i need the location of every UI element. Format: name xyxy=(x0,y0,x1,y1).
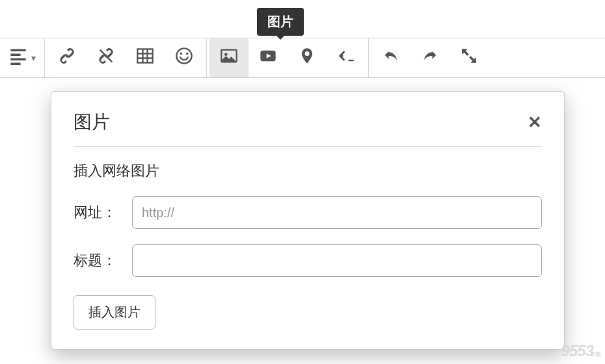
dialog-header: 图片 ✕ xyxy=(74,110,542,147)
undo-button[interactable] xyxy=(371,38,410,77)
separator xyxy=(206,38,207,77)
location-button[interactable] xyxy=(288,38,327,77)
watermark-main: 9553 xyxy=(561,342,593,359)
table-icon xyxy=(136,47,154,69)
tooltip-image: 图片 xyxy=(257,8,304,36)
emoji-button[interactable] xyxy=(165,38,204,77)
svg-rect-0 xyxy=(10,49,25,52)
separator xyxy=(368,38,369,77)
unlink-icon xyxy=(97,47,115,69)
url-input[interactable] xyxy=(132,196,542,229)
svg-point-11 xyxy=(186,53,189,55)
link-icon xyxy=(58,47,76,69)
url-row: 网址： xyxy=(74,196,542,229)
redo-icon xyxy=(421,47,439,69)
dialog-title: 图片 xyxy=(74,110,110,135)
svg-point-10 xyxy=(180,53,183,55)
undo-icon xyxy=(382,47,400,69)
insert-image-button[interactable]: 插入图片 xyxy=(74,295,155,330)
video-button[interactable] xyxy=(249,38,288,77)
code-icon xyxy=(337,47,355,69)
title-label: 标题： xyxy=(74,251,132,270)
smile-icon xyxy=(175,47,193,69)
close-button[interactable]: ✕ xyxy=(528,112,542,133)
svg-rect-2 xyxy=(10,58,25,61)
image-button[interactable] xyxy=(209,38,249,77)
url-label: 网址： xyxy=(74,203,132,222)
fullscreen-button[interactable] xyxy=(450,38,489,77)
title-input[interactable] xyxy=(132,244,542,277)
watermark: 9553下载 xyxy=(561,342,601,360)
code-button[interactable] xyxy=(327,38,366,77)
svg-rect-4 xyxy=(137,49,152,63)
separator xyxy=(44,38,45,77)
image-icon xyxy=(220,47,238,69)
svg-point-9 xyxy=(176,48,191,63)
unlink-button[interactable] xyxy=(87,38,126,77)
close-icon: ✕ xyxy=(528,112,542,132)
title-row: 标题： xyxy=(74,244,542,277)
video-icon xyxy=(259,47,277,69)
align-left-icon xyxy=(9,47,27,69)
table-button[interactable] xyxy=(126,38,165,77)
svg-rect-16 xyxy=(349,60,354,61)
dialog-body: 插入网络图片 网址： 标题： 插入图片 xyxy=(74,147,542,330)
editor-toolbar: ▾ xyxy=(0,38,605,78)
align-dropdown[interactable]: ▾ xyxy=(3,38,42,77)
chevron-down-icon: ▾ xyxy=(31,53,36,63)
fullscreen-icon xyxy=(460,47,478,69)
location-icon xyxy=(298,47,316,69)
section-label: 插入网络图片 xyxy=(74,161,542,181)
svg-point-13 xyxy=(224,53,228,56)
link-button[interactable] xyxy=(47,38,87,77)
image-dialog: 图片 ✕ 插入网络图片 网址： 标题： 插入图片 xyxy=(51,91,565,350)
watermark-sub: 下载 xyxy=(591,351,601,358)
svg-rect-1 xyxy=(10,54,20,57)
redo-button[interactable] xyxy=(410,38,450,77)
svg-rect-3 xyxy=(10,63,20,66)
